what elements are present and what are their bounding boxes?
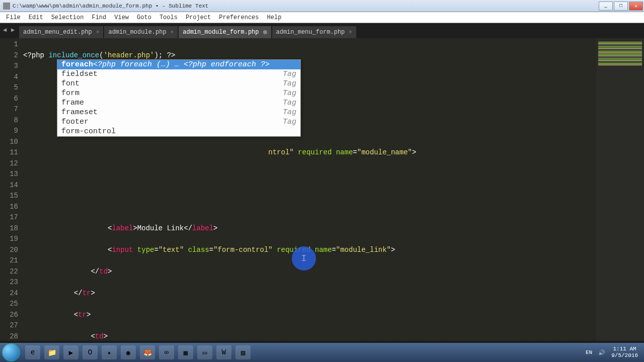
window-titlebar: C:\wamp\www\pm\admin\admin_module_form.p… — [0, 0, 644, 12]
autocomplete-item[interactable]: foreach<?php foreach (…) … <?php endfore… — [57, 60, 300, 69]
autocomplete-item[interactable]: footerTag — [57, 117, 300, 127]
menu-selection[interactable]: Selection — [47, 13, 88, 22]
menu-goto[interactable]: Goto — [133, 13, 155, 22]
menu-bar: File Edit Selection Find View Goto Tools… — [0, 12, 644, 23]
tab-close-icon[interactable]: × — [171, 29, 174, 35]
menu-find[interactable]: Find — [88, 13, 110, 22]
tab-0[interactable]: admin_menu_edit.php× — [19, 26, 103, 38]
nav-back-icon[interactable]: ◀ — [3, 26, 10, 33]
taskbar-chrome-icon[interactable]: ◉ — [121, 345, 136, 359]
menu-file[interactable]: File — [2, 13, 25, 22]
tab-close-icon[interactable]: × — [349, 29, 352, 35]
menu-tools[interactable]: Tools — [155, 13, 182, 22]
tray-lang[interactable]: EN — [586, 349, 592, 355]
taskbar-vs-icon[interactable]: ∞ — [159, 345, 174, 359]
autocomplete-item[interactable]: form-control — [57, 127, 300, 136]
start-orb-icon[interactable] — [2, 343, 20, 361]
taskbar-explorer-icon[interactable]: 📁 — [44, 345, 59, 359]
autocomplete-item[interactable]: formTag — [57, 88, 300, 98]
taskbar-sublime-icon[interactable]: ▧ — [235, 345, 251, 359]
menu-view[interactable]: View — [110, 13, 133, 22]
taskbar-firefox-icon[interactable]: 🦊 — [140, 345, 155, 359]
taskbar-media-icon[interactable]: ▶ — [63, 345, 78, 359]
autocomplete-item[interactable]: fontTag — [57, 79, 300, 88]
autocomplete-item[interactable]: frameTag — [57, 98, 300, 108]
close-button[interactable]: ✕ — [629, 2, 643, 11]
app-icon — [3, 3, 10, 10]
taskbar-ie-icon[interactable]: e — [25, 345, 40, 359]
autocomplete-item[interactable]: framesetTag — [57, 108, 300, 117]
nav-fwd-icon[interactable]: ▶ — [11, 26, 18, 33]
autocomplete-item[interactable]: fieldsetTag — [57, 69, 300, 79]
menu-preferences[interactable]: Preferences — [215, 13, 263, 22]
tab-close-icon[interactable]: × — [96, 29, 100, 35]
taskbar-app2-icon[interactable]: ▦ — [178, 345, 193, 359]
tab-3[interactable]: admin_menu_form.php× — [272, 26, 356, 38]
menu-help[interactable]: Help — [263, 13, 286, 22]
tab-2[interactable]: admin_module_form.php — [179, 26, 271, 38]
minimize-button[interactable]: _ — [599, 2, 613, 11]
menu-project[interactable]: Project — [182, 13, 215, 22]
taskbar-opera-icon[interactable]: O — [83, 345, 98, 359]
taskbar-app-icon[interactable]: ✦ — [102, 345, 117, 359]
taskbar-wamp-icon[interactable]: W — [216, 345, 231, 359]
line-number-gutter: 1234567891011121314151617181920212223242… — [0, 38, 23, 341]
cursor-highlight-icon: I — [292, 246, 316, 270]
window-title: C:\wamp\www\pm\admin\admin_module_form.p… — [13, 3, 208, 9]
tab-1[interactable]: admin_module.php× — [104, 26, 178, 38]
minimap[interactable] — [596, 38, 644, 341]
menu-edit[interactable]: Edit — [25, 13, 47, 22]
tray-clock[interactable]: 1:11 AM9/5/2016 — [611, 346, 638, 359]
maximize-button[interactable]: □ — [614, 2, 628, 11]
tab-strip: ◀▶ admin_menu_edit.php× admin_module.php… — [0, 23, 644, 38]
tray-network-icon[interactable]: 🔊 — [598, 349, 605, 356]
autocomplete-popup[interactable]: foreach<?php foreach (…) … <?php endfore… — [57, 59, 301, 137]
taskbar: e 📁 ▶ O ✦ ◉ 🦊 ∞ ▦ ▭ W ▧ EN 🔊 1:11 AM9/5/… — [0, 343, 644, 362]
taskbar-notepad-icon[interactable]: ▭ — [197, 345, 212, 359]
dirty-indicator-icon — [263, 30, 267, 34]
